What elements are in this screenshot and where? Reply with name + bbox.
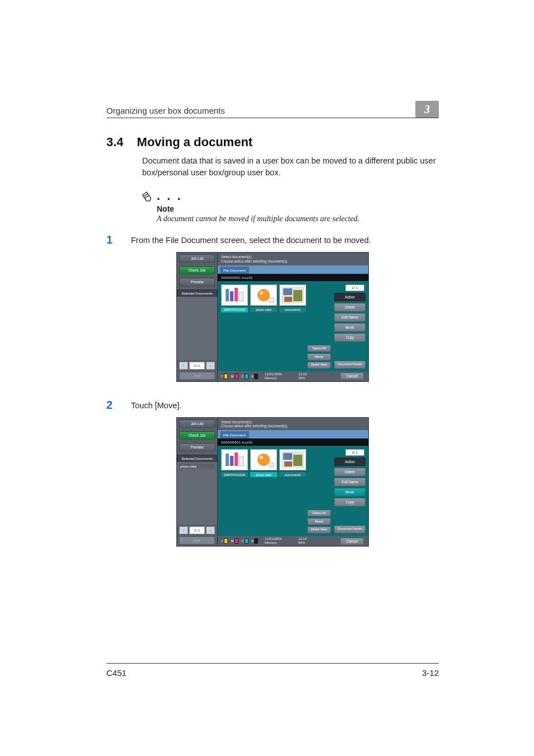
- edit-name-button[interactable]: Edit Name: [334, 313, 366, 321]
- doc-thumb-label: document1: [279, 472, 307, 478]
- svg-rect-3: [230, 291, 233, 301]
- main-area: SMFP0701032 photo data document1 1/ 1 Ac…: [218, 446, 368, 536]
- preview-button[interactable]: Preview: [179, 443, 215, 451]
- doc-thumb[interactable]: SMFP0701032: [221, 449, 248, 478]
- selected-docs-tab: Selected Documents: [177, 290, 217, 297]
- delete-button[interactable]: Delete: [334, 468, 366, 476]
- chapter-chip: 3: [415, 101, 439, 118]
- delete-button[interactable]: Delete: [334, 303, 366, 311]
- check-job-button[interactable]: Check Job: [179, 431, 215, 440]
- pager-up-button[interactable]: ↑: [179, 526, 188, 534]
- cancel-button[interactable]: Cancel: [340, 372, 364, 380]
- doc-thumb-label: photo data: [250, 307, 278, 313]
- svg-rect-10: [283, 288, 292, 295]
- reset-button[interactable]: Reset: [307, 518, 331, 525]
- pager-down-button[interactable]: ↓: [206, 362, 215, 370]
- svg-point-7: [260, 291, 263, 295]
- pager-up-button[interactable]: ↑: [179, 362, 188, 370]
- doc-thumb-image: [250, 449, 277, 470]
- svg-rect-2: [226, 289, 229, 301]
- svg-rect-4: [235, 288, 238, 301]
- doc-thumb-image: [279, 284, 306, 306]
- copy-button[interactable]: Copy: [334, 498, 366, 506]
- status-time: 12:12: [298, 537, 307, 541]
- svg-rect-15: [235, 452, 238, 466]
- pager-down-button[interactable]: ↓: [206, 526, 215, 534]
- main-area: SMFP0701032 photo data document1 1/ 1 Ac…: [218, 281, 368, 371]
- step-number: 1: [106, 234, 116, 246]
- doc-thumb-label: SMFP0701032: [221, 472, 249, 478]
- job-list-button[interactable]: Job List: [179, 254, 215, 263]
- action-column: Action Delete Edit Name Move Copy: [334, 293, 366, 342]
- instruction-bar: Select document(s).Choose action after s…: [218, 253, 368, 265]
- svg-point-18: [260, 456, 263, 459]
- copy-button[interactable]: Copy: [334, 333, 366, 342]
- running-header-text: Organizing user box documents: [106, 106, 225, 115]
- doc-thumb[interactable]: SMFP0701032: [221, 284, 248, 313]
- select-all-button[interactable]: Select All: [307, 345, 331, 352]
- status-bar: 11/21/2006Memory 12:1099%: [261, 371, 340, 381]
- thumb-list: SMFP0701032 photo data document1: [221, 449, 332, 478]
- memory-pct: 99%: [298, 541, 307, 545]
- left-pager: ↑ 1/ 1 ↓: [179, 526, 215, 534]
- status-bar: 11/21/2006Memory 12:1299%: [261, 536, 340, 546]
- tray-icon: ▭▭: [179, 536, 215, 544]
- section-title: Moving a document: [137, 135, 253, 150]
- cancel-button[interactable]: Cancel: [340, 538, 364, 545]
- job-list-button[interactable]: Job List: [179, 419, 215, 428]
- svg-rect-19: [269, 463, 274, 467]
- svg-rect-21: [283, 453, 292, 460]
- screenshot: Job List Check Job Preview Selected Docu…: [176, 252, 369, 382]
- tab-file-document[interactable]: File Document: [220, 267, 249, 274]
- toner-y: Y: [221, 538, 228, 544]
- toner-k: K: [251, 374, 258, 379]
- doc-thumb[interactable]: document1: [279, 284, 306, 313]
- toner-c: C: [241, 538, 248, 544]
- doc-thumb[interactable]: document1: [279, 449, 306, 478]
- note-block: . . . Note A document cannot be moved if…: [142, 189, 439, 223]
- selected-doc-item: photo data: [179, 464, 215, 469]
- tab-file-document[interactable]: File Document: [220, 431, 249, 438]
- action-column: Action Delete Edit Name Move Copy: [334, 458, 366, 506]
- running-header: Organizing user box documents 3: [106, 101, 439, 118]
- box-info-bar: 000000001 box01: [218, 438, 368, 446]
- action-header: Action: [334, 458, 366, 466]
- toner-c: C: [241, 374, 248, 379]
- document-details-button[interactable]: Document Details: [334, 361, 366, 368]
- detail-view-button[interactable]: Detail View: [307, 526, 331, 533]
- toner-levels: YMCK: [218, 371, 261, 381]
- svg-point-17: [257, 454, 270, 466]
- page-footer: C451 3-12: [106, 663, 439, 678]
- svg-rect-14: [230, 456, 233, 466]
- doc-thumb[interactable]: photo data: [250, 449, 277, 478]
- svg-rect-16: [239, 457, 243, 466]
- status-date: 11/21/2006: [265, 372, 282, 376]
- pager-indicator: 1/ 1: [189, 526, 205, 534]
- box-info-bar: 000000001 box01: [218, 274, 368, 281]
- move-button[interactable]: Move: [334, 323, 366, 332]
- section-heading: 3.4 Moving a document: [106, 135, 439, 150]
- screenshot: Job List Check Job Preview Selected Docu…: [176, 417, 369, 547]
- document-details-button[interactable]: Document Details: [334, 525, 366, 533]
- memory-label: Memory: [265, 376, 282, 380]
- check-job-button[interactable]: Check Job: [179, 266, 215, 274]
- svg-rect-11: [293, 290, 302, 301]
- edit-name-button[interactable]: Edit Name: [334, 478, 366, 486]
- note-text: A document cannot be moved if multiple d…: [157, 214, 439, 223]
- doc-thumb-image: [221, 284, 248, 306]
- doc-thumb-image: [279, 449, 306, 470]
- doc-thumb[interactable]: photo data: [250, 284, 277, 313]
- svg-rect-22: [293, 455, 302, 466]
- move-button[interactable]: Move: [334, 488, 366, 496]
- detail-view-button[interactable]: Detail View: [307, 362, 331, 368]
- tray-icon: ▭▭: [179, 372, 215, 380]
- left-pager: ↑ 1/ 1 ↓: [179, 362, 215, 370]
- reset-button[interactable]: Reset: [307, 353, 331, 360]
- preview-button[interactable]: Preview: [179, 278, 215, 286]
- select-all-button[interactable]: Select All: [307, 510, 331, 516]
- tab-bar: File Document: [218, 430, 368, 438]
- note-icon: [142, 191, 154, 203]
- note-dots: . . .: [157, 189, 182, 203]
- step-number: 2: [106, 399, 116, 412]
- footer-right: 3-12: [422, 668, 439, 678]
